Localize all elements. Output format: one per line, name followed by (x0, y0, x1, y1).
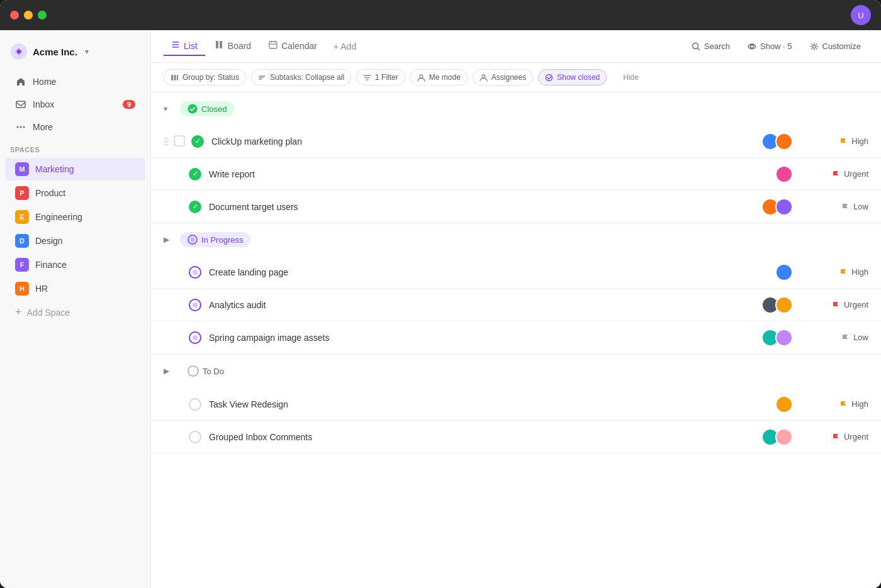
add-space-icon: + (15, 306, 22, 319)
assignee-avatar (775, 198, 793, 216)
assignees-icon (480, 74, 488, 82)
svg-point-22 (482, 75, 485, 78)
filter-chip[interactable]: 1 Filter (356, 69, 405, 86)
status-header-to-do[interactable]: ▶ To Do (151, 354, 881, 388)
task-row[interactable]: Create landing page High (151, 256, 881, 289)
filter-icon (363, 74, 371, 82)
task-status-in-progress[interactable] (189, 331, 201, 344)
subtasks-chip[interactable]: Subtasks: Collapse all (251, 69, 351, 86)
status-header-in-progress[interactable]: ▶ In Progress (151, 223, 881, 256)
priority-flag-icon (841, 333, 850, 342)
task-row[interactable]: Grouped Inbox Comments Urgent (151, 421, 881, 453)
assignees-label: Assignees (491, 73, 526, 82)
svg-point-29 (164, 143, 166, 145)
maximize-button[interactable] (38, 11, 47, 19)
me-mode-label: Me mode (429, 73, 461, 82)
status-group-closed: ▾ Closed ✓ (151, 92, 881, 223)
svg-line-15 (697, 48, 700, 50)
priority-label: High (851, 136, 868, 146)
svg-rect-20 (177, 75, 178, 80)
sidebar-item-hr[interactable]: H HR (5, 277, 145, 300)
brand[interactable]: Acme Inc. ▾ (0, 38, 150, 70)
priority-flag-icon (839, 400, 848, 409)
tab-calendar[interactable]: Calendar (261, 36, 325, 56)
task-status-checked[interactable]: ✓ (189, 168, 201, 180)
customize-icon (810, 42, 819, 51)
close-button[interactable] (10, 11, 19, 19)
design-label: Design (35, 236, 63, 246)
engineering-avatar: E (15, 210, 29, 224)
task-row[interactable]: ✓ Write report Urgent (151, 158, 881, 191)
svg-point-17 (812, 45, 816, 48)
me-mode-chip[interactable]: Me mode (410, 69, 468, 86)
priority-flag-icon (839, 268, 848, 277)
sidebar-item-finance[interactable]: F Finance (5, 253, 145, 276)
inbox-badge: 9 (123, 100, 135, 109)
show-closed-chip[interactable]: Show closed (538, 69, 607, 86)
top-nav: List Board Calendar (151, 30, 881, 63)
sidebar-item-design[interactable]: D Design (5, 230, 145, 252)
svg-point-33 (190, 237, 195, 242)
task-row[interactable]: ✓ Document target users Low (151, 191, 881, 223)
tab-list[interactable]: List (164, 36, 205, 56)
assignee-avatar (775, 263, 793, 281)
task-name: Task View Redesign (209, 399, 775, 409)
task-row[interactable]: Spring campaign image assets Low (151, 321, 881, 354)
task-status-checked[interactable]: ✓ (189, 201, 201, 213)
task-status-in-progress[interactable] (189, 299, 201, 311)
svg-rect-18 (171, 75, 173, 80)
task-name: Document target users (209, 202, 761, 212)
brand-name: Acme Inc. (33, 47, 77, 57)
hide-button[interactable]: Hide (617, 70, 645, 85)
task-status-empty[interactable] (189, 398, 201, 411)
show-button[interactable]: Show · 5 (740, 38, 800, 55)
status-group-to-do: ▶ To Do Task View Redesign (151, 354, 881, 453)
svg-point-4 (23, 126, 25, 128)
svg-point-27 (164, 140, 166, 142)
sidebar-item-product[interactable]: P Product (5, 182, 145, 204)
closed-check-icon (188, 104, 198, 114)
priority-label: Urgent (844, 432, 868, 441)
in-progress-label: In Progress (201, 235, 243, 245)
status-header-closed[interactable]: ▾ Closed (151, 92, 881, 125)
me-mode-icon (417, 74, 425, 82)
assignees-chip[interactable]: Assignees (473, 69, 533, 86)
customize-button[interactable]: Customize (802, 38, 868, 55)
user-avatar[interactable]: U (851, 5, 871, 25)
task-row[interactable]: ✓ ClickUp marketing plan High (151, 125, 881, 158)
task-assignees (761, 428, 793, 446)
task-status-empty[interactable] (189, 431, 201, 443)
show-closed-icon (545, 74, 553, 82)
svg-point-14 (692, 43, 698, 48)
add-space-button[interactable]: + Add Space (5, 301, 145, 323)
task-status-checked[interactable]: ✓ (191, 135, 204, 148)
show-label: Show · 5 (760, 42, 792, 51)
main-window: U Acme Inc. ▾ Home (0, 0, 881, 588)
brand-chevron-icon: ▾ (85, 48, 89, 56)
task-priority: High (818, 136, 868, 146)
svg-point-3 (20, 126, 22, 128)
inbox-label: Inbox (33, 99, 54, 109)
tab-board-label: Board (228, 41, 251, 51)
product-avatar: P (15, 186, 29, 200)
svg-rect-9 (220, 41, 222, 48)
task-name: Write report (209, 169, 775, 179)
sidebar-item-engineering[interactable]: E Engineering (5, 206, 145, 228)
tab-board[interactable]: Board (208, 36, 259, 56)
hr-avatar: H (15, 282, 29, 296)
task-row[interactable]: Analytics audit Urgent (151, 289, 881, 321)
task-row[interactable]: Task View Redesign High (151, 388, 881, 421)
group-by-chip[interactable]: Group by: Status (164, 69, 246, 86)
sidebar-item-inbox[interactable]: Inbox 9 (5, 94, 145, 115)
add-view-button[interactable]: + Add (327, 38, 362, 55)
group-by-label: Group by: Status (182, 73, 239, 82)
minimize-button[interactable] (24, 11, 33, 19)
sidebar-item-marketing[interactable]: M Marketing (5, 158, 145, 180)
sidebar: Acme Inc. ▾ Home Inbox 9 Mor (0, 30, 151, 588)
sidebar-item-more[interactable]: More (5, 116, 145, 138)
sidebar-item-home[interactable]: Home (5, 71, 145, 92)
group-by-icon (171, 74, 179, 82)
search-button[interactable]: Search (684, 38, 738, 55)
task-assignees (761, 133, 793, 150)
task-status-in-progress[interactable] (189, 266, 201, 279)
